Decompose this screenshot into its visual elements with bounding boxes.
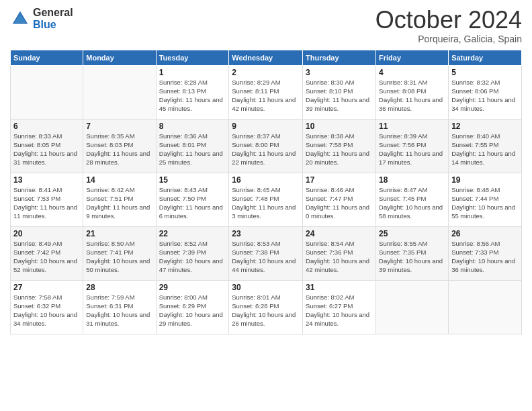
- weekday-header: Sunday: [11, 50, 83, 65]
- day-number: 29: [159, 283, 226, 292]
- day-info: Sunrise: 8:54 AM Sunset: 7:36 PM Dayligh…: [306, 239, 373, 275]
- day-info: Sunrise: 8:50 AM Sunset: 7:41 PM Dayligh…: [86, 239, 152, 275]
- calendar-week-row: 27Sunrise: 7:58 AM Sunset: 6:32 PM Dayli…: [11, 280, 522, 334]
- logo-icon: [10, 9, 30, 29]
- day-number: 7: [86, 122, 152, 131]
- day-number: 5: [451, 68, 519, 77]
- calendar-cell: 26Sunrise: 8:56 AM Sunset: 7:33 PM Dayli…: [449, 226, 522, 280]
- calendar-cell: 30Sunrise: 8:01 AM Sunset: 6:28 PM Dayli…: [229, 280, 303, 334]
- day-number: 15: [159, 175, 226, 185]
- day-number: 18: [379, 175, 445, 185]
- day-number: 14: [86, 175, 152, 185]
- calendar-cell: [376, 280, 449, 334]
- day-info: Sunrise: 8:33 AM Sunset: 8:05 PM Dayligh…: [13, 132, 80, 167]
- day-info: Sunrise: 8:55 AM Sunset: 7:35 PM Dayligh…: [379, 239, 445, 275]
- day-number: 30: [232, 283, 300, 292]
- calendar-week-row: 20Sunrise: 8:49 AM Sunset: 7:42 PM Dayli…: [11, 226, 522, 280]
- calendar-cell: 13Sunrise: 8:41 AM Sunset: 7:53 PM Dayli…: [11, 173, 83, 226]
- calendar-cell: 16Sunrise: 8:45 AM Sunset: 7:48 PM Dayli…: [229, 173, 303, 226]
- day-number: 2: [232, 68, 300, 77]
- calendar-cell: 25Sunrise: 8:55 AM Sunset: 7:35 PM Dayli…: [376, 226, 449, 280]
- weekday-header: Friday: [376, 50, 449, 65]
- weekday-header: Wednesday: [229, 50, 303, 65]
- calendar-cell: 19Sunrise: 8:48 AM Sunset: 7:44 PM Dayli…: [449, 173, 522, 226]
- calendar-cell: 2Sunrise: 8:29 AM Sunset: 8:11 PM Daylig…: [229, 65, 303, 119]
- calendar-cell: 14Sunrise: 8:42 AM Sunset: 7:51 PM Dayli…: [83, 173, 156, 226]
- header: General Blue October 2024 Porqueira, Gal…: [10, 7, 522, 44]
- calendar: SundayMondayTuesdayWednesdayThursdayFrid…: [10, 50, 522, 334]
- day-number: 23: [232, 229, 300, 238]
- calendar-cell: 21Sunrise: 8:50 AM Sunset: 7:41 PM Dayli…: [83, 226, 156, 280]
- day-number: 13: [13, 175, 80, 185]
- calendar-cell: 28Sunrise: 7:59 AM Sunset: 6:31 PM Dayli…: [83, 280, 156, 334]
- day-info: Sunrise: 8:02 AM Sunset: 6:27 PM Dayligh…: [306, 293, 373, 328]
- calendar-cell: 7Sunrise: 8:35 AM Sunset: 8:03 PM Daylig…: [83, 119, 156, 173]
- day-info: Sunrise: 8:30 AM Sunset: 8:10 PM Dayligh…: [306, 78, 373, 113]
- day-info: Sunrise: 8:32 AM Sunset: 8:06 PM Dayligh…: [451, 78, 519, 113]
- day-info: Sunrise: 7:58 AM Sunset: 6:32 PM Dayligh…: [13, 293, 80, 328]
- calendar-cell: [83, 65, 156, 119]
- calendar-cell: 31Sunrise: 8:02 AM Sunset: 6:27 PM Dayli…: [303, 280, 376, 334]
- day-number: 6: [13, 122, 80, 131]
- calendar-header-row: SundayMondayTuesdayWednesdayThursdayFrid…: [11, 50, 522, 65]
- weekday-header: Tuesday: [156, 50, 229, 65]
- day-number: 9: [232, 122, 300, 131]
- day-info: Sunrise: 8:41 AM Sunset: 7:53 PM Dayligh…: [13, 185, 80, 221]
- day-info: Sunrise: 8:40 AM Sunset: 7:55 PM Dayligh…: [451, 132, 519, 167]
- day-info: Sunrise: 8:38 AM Sunset: 7:58 PM Dayligh…: [306, 132, 373, 167]
- day-number: 20: [13, 229, 80, 238]
- day-info: Sunrise: 8:37 AM Sunset: 8:00 PM Dayligh…: [232, 132, 300, 167]
- day-info: Sunrise: 8:39 AM Sunset: 7:56 PM Dayligh…: [379, 132, 445, 167]
- day-number: 22: [159, 229, 226, 238]
- day-number: 21: [86, 229, 152, 238]
- day-info: Sunrise: 8:56 AM Sunset: 7:33 PM Dayligh…: [451, 239, 519, 275]
- day-number: 24: [306, 229, 373, 238]
- calendar-cell: 12Sunrise: 8:40 AM Sunset: 7:55 PM Dayli…: [449, 119, 522, 173]
- calendar-cell: 1Sunrise: 8:28 AM Sunset: 8:13 PM Daylig…: [156, 65, 229, 119]
- calendar-cell: 9Sunrise: 8:37 AM Sunset: 8:00 PM Daylig…: [229, 119, 303, 173]
- calendar-cell: 29Sunrise: 8:00 AM Sunset: 6:29 PM Dayli…: [156, 280, 229, 334]
- day-number: 25: [379, 229, 445, 238]
- day-number: 1: [159, 68, 226, 77]
- day-info: Sunrise: 8:46 AM Sunset: 7:47 PM Dayligh…: [306, 185, 373, 221]
- day-number: 10: [306, 122, 373, 131]
- logo: General Blue: [10, 7, 73, 30]
- day-number: 12: [451, 122, 519, 131]
- day-info: Sunrise: 8:28 AM Sunset: 8:13 PM Dayligh…: [159, 78, 226, 113]
- day-info: Sunrise: 8:31 AM Sunset: 8:08 PM Dayligh…: [379, 78, 445, 113]
- logo-text: General Blue: [33, 7, 73, 30]
- month-title: October 2024: [375, 7, 522, 34]
- calendar-week-row: 13Sunrise: 8:41 AM Sunset: 7:53 PM Dayli…: [11, 173, 522, 226]
- day-info: Sunrise: 8:49 AM Sunset: 7:42 PM Dayligh…: [13, 239, 80, 275]
- calendar-cell: 27Sunrise: 7:58 AM Sunset: 6:32 PM Dayli…: [11, 280, 83, 334]
- day-info: Sunrise: 8:42 AM Sunset: 7:51 PM Dayligh…: [86, 185, 152, 221]
- calendar-cell: 5Sunrise: 8:32 AM Sunset: 8:06 PM Daylig…: [449, 65, 522, 119]
- day-info: Sunrise: 8:36 AM Sunset: 8:01 PM Dayligh…: [159, 132, 226, 167]
- page: General Blue October 2024 Porqueira, Gal…: [0, 0, 532, 341]
- day-number: 4: [379, 68, 445, 77]
- day-number: 3: [306, 68, 373, 77]
- calendar-cell: 11Sunrise: 8:39 AM Sunset: 7:56 PM Dayli…: [376, 119, 449, 173]
- calendar-cell: 22Sunrise: 8:52 AM Sunset: 7:39 PM Dayli…: [156, 226, 229, 280]
- day-info: Sunrise: 8:43 AM Sunset: 7:50 PM Dayligh…: [159, 185, 226, 221]
- calendar-week-row: 1Sunrise: 8:28 AM Sunset: 8:13 PM Daylig…: [11, 65, 522, 119]
- calendar-cell: [449, 280, 522, 334]
- day-info: Sunrise: 8:45 AM Sunset: 7:48 PM Dayligh…: [232, 185, 300, 221]
- day-number: 11: [379, 122, 445, 131]
- logo-blue: Blue: [33, 19, 73, 31]
- day-info: Sunrise: 8:53 AM Sunset: 7:38 PM Dayligh…: [232, 239, 300, 275]
- calendar-cell: 20Sunrise: 8:49 AM Sunset: 7:42 PM Dayli…: [11, 226, 83, 280]
- title-block: October 2024 Porqueira, Galicia, Spain: [375, 7, 522, 44]
- calendar-cell: 23Sunrise: 8:53 AM Sunset: 7:38 PM Dayli…: [229, 226, 303, 280]
- logo-general: General: [33, 7, 73, 19]
- day-number: 28: [86, 283, 152, 292]
- calendar-cell: [11, 65, 83, 119]
- calendar-week-row: 6Sunrise: 8:33 AM Sunset: 8:05 PM Daylig…: [11, 119, 522, 173]
- day-info: Sunrise: 8:00 AM Sunset: 6:29 PM Dayligh…: [159, 293, 226, 328]
- day-number: 31: [306, 283, 373, 292]
- day-number: 17: [306, 175, 373, 185]
- weekday-header: Saturday: [449, 50, 522, 65]
- calendar-cell: 3Sunrise: 8:30 AM Sunset: 8:10 PM Daylig…: [303, 65, 376, 119]
- day-number: 16: [232, 175, 300, 185]
- day-info: Sunrise: 8:01 AM Sunset: 6:28 PM Dayligh…: [232, 293, 300, 328]
